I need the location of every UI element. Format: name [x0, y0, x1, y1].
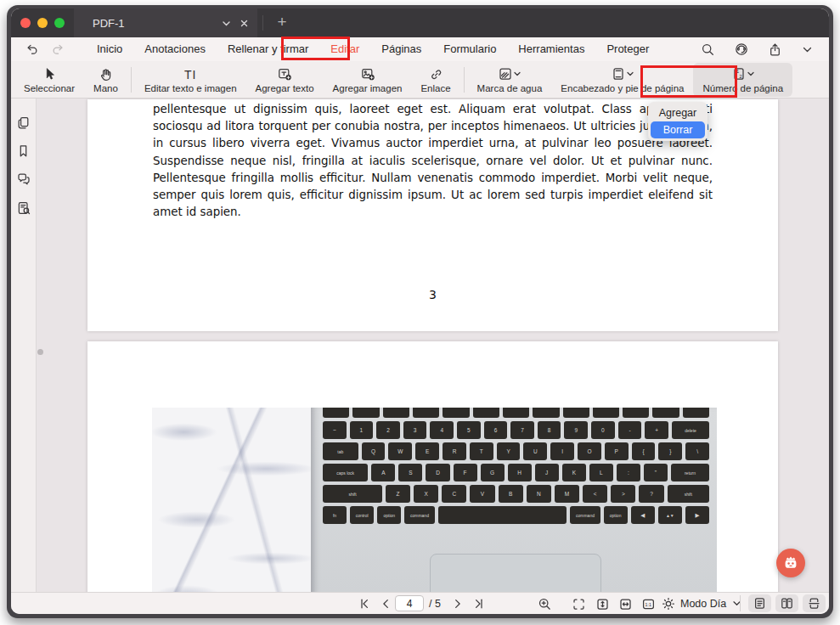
- add-text-button[interactable]: Agregar texto: [246, 63, 324, 97]
- search-document-panel-icon[interactable]: [16, 200, 31, 216]
- keyboard-key: >: [611, 485, 635, 503]
- tab-chevron-down-icon[interactable]: [222, 19, 231, 28]
- keyboard-key: B: [499, 485, 523, 503]
- search-icon[interactable]: [701, 42, 715, 57]
- watermark-button[interactable]: Marca de agua: [468, 63, 552, 97]
- keyboard-key: [593, 408, 619, 418]
- tab-paginas[interactable]: Páginas: [370, 37, 432, 61]
- scrollbar-thumb[interactable]: [37, 349, 43, 355]
- tab-proteger[interactable]: Proteger: [595, 37, 660, 61]
- edit-text-image-button[interactable]: TI Editar texto e imagen: [135, 63, 246, 97]
- keyboard-key: +: [645, 421, 668, 439]
- thumbnails-panel-icon[interactable]: [16, 115, 31, 130]
- tab-anotaciones[interactable]: Anotaciones: [133, 37, 217, 61]
- keyboard-key: [623, 408, 649, 418]
- menu-item-borrar[interactable]: Borrar: [651, 121, 705, 138]
- keyboard-key: 2: [376, 421, 400, 439]
- annotation-box-editar: [281, 37, 350, 60]
- two-page-view-button[interactable]: [775, 594, 798, 612]
- select-tool-button[interactable]: Seleccionar: [14, 63, 84, 97]
- previous-page-button[interactable]: [379, 597, 392, 611]
- tab-herramientas[interactable]: Herramientas: [507, 37, 595, 61]
- tab-separator: [262, 15, 263, 31]
- page-number-input[interactable]: [395, 595, 424, 611]
- fit-height-button[interactable]: [595, 597, 610, 611]
- keyboard-key: H: [508, 464, 532, 481]
- link-button[interactable]: Enlace: [411, 63, 459, 97]
- share-icon[interactable]: [768, 42, 782, 57]
- keyboard-key: ▶: [685, 506, 709, 524]
- zoom-in-icon[interactable]: [538, 597, 552, 611]
- keyboard-key: :: [617, 464, 640, 481]
- keyboard-key: delete: [672, 421, 709, 439]
- keyboard-key: F: [454, 464, 477, 481]
- undo-icon[interactable]: [25, 42, 39, 57]
- edit-text-icon: TI: [184, 65, 196, 82]
- keyboard-key: -: [618, 421, 642, 439]
- page-3-paragraph: pellentesque ut dignissim quis, laoreet …: [153, 101, 713, 221]
- screenshot-root: PDF-1 +: [0, 0, 840, 625]
- keyboard-key: A: [371, 464, 395, 481]
- tool-label: Enlace: [420, 83, 450, 93]
- keyboard-key: <: [583, 485, 607, 503]
- close-window-button[interactable]: [20, 18, 31, 28]
- continuous-scroll-view-button[interactable]: [803, 594, 826, 612]
- keyboard-key: {: [632, 442, 656, 460]
- keyboard-key: 3: [403, 421, 427, 439]
- tool-label: Agregar imagen: [333, 83, 403, 93]
- next-page-button[interactable]: [451, 597, 465, 611]
- keyboard-key: X: [414, 485, 438, 503]
- keyboard-key: \: [685, 442, 709, 460]
- marble-background: [152, 408, 311, 592]
- mode-chevron-down-icon: [731, 598, 742, 609]
- keyboard-key: V: [470, 485, 494, 503]
- keyboard-key: O: [578, 442, 601, 460]
- first-page-button[interactable]: [358, 597, 371, 611]
- svg-text:1:1: 1:1: [646, 601, 651, 606]
- keyboard-key: [438, 506, 567, 524]
- keyboard-key: shift: [668, 485, 710, 503]
- keyboard-key: [683, 408, 709, 418]
- collapse-toolbar-chevron-icon[interactable]: [801, 43, 814, 56]
- comments-panel-icon[interactable]: [16, 172, 31, 187]
- menu-item-agregar[interactable]: Agregar: [651, 104, 705, 121]
- single-page-view-button[interactable]: [748, 594, 771, 612]
- actual-size-button[interactable]: 1:1: [641, 597, 656, 611]
- laptop-body: ~1234567890-+deletetabQWERTYUIOP{}\caps …: [311, 408, 717, 592]
- tab-inicio[interactable]: Inicio: [86, 37, 133, 61]
- view-mode-selector[interactable]: Modo Día: [662, 594, 742, 612]
- redo-icon[interactable]: [51, 42, 65, 57]
- document-tab[interactable]: PDF-1: [74, 8, 257, 37]
- bookmarks-panel-icon[interactable]: [16, 144, 31, 158]
- left-panel-bar: [11, 99, 37, 592]
- tool-label: Mano: [93, 83, 118, 93]
- fit-page-button[interactable]: [572, 597, 586, 611]
- new-tab-button[interactable]: +: [271, 11, 293, 33]
- zoom-window-button[interactable]: [54, 18, 65, 28]
- fit-width-button[interactable]: [618, 597, 633, 611]
- laptop-trackpad: [430, 554, 601, 592]
- keyboard-key: R: [443, 442, 466, 460]
- support-icon[interactable]: [734, 42, 749, 57]
- tab-formulario[interactable]: Formulario: [432, 37, 507, 61]
- last-page-button[interactable]: [472, 597, 486, 611]
- keyboard-key: C: [442, 485, 466, 503]
- keyboard-key: ?: [639, 485, 663, 503]
- page-number-dropdown-menu: Agregar Borrar: [648, 102, 708, 141]
- keyboard-key: 5: [457, 421, 481, 439]
- keyboard-key: caps lock: [323, 464, 368, 481]
- ai-robot-assistant-button[interactable]: [776, 549, 805, 577]
- keyboard-key: control: [350, 506, 374, 524]
- hand-tool-button[interactable]: Mano: [84, 63, 127, 97]
- bottom-bar-divider: [740, 595, 741, 611]
- add-image-button[interactable]: Agregar imagen: [324, 63, 412, 97]
- tool-label: Marca de agua: [477, 83, 543, 93]
- view-mode-label: Modo Día: [680, 598, 726, 610]
- titlebar: PDF-1 +: [11, 8, 829, 37]
- keyboard-key: shift: [323, 485, 382, 503]
- keyboard-key: ▲▼: [658, 506, 682, 524]
- tab-close-icon[interactable]: [240, 19, 249, 28]
- keyboard-key: L: [589, 464, 613, 481]
- minimize-window-button[interactable]: [37, 18, 48, 28]
- watermark-icon: [498, 65, 521, 82]
